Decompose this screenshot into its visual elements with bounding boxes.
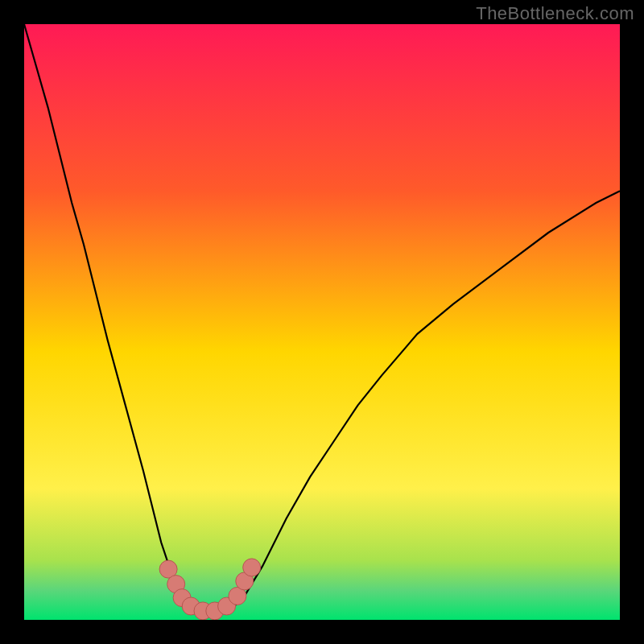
chart-background-gradient: [24, 24, 620, 620]
watermark-text: TheBottleneck.com: [476, 3, 634, 24]
chart-plot-area: [24, 24, 620, 620]
stage: TheBottleneck.com: [0, 0, 644, 644]
chart-svg: [24, 24, 620, 620]
chart-marker: [243, 559, 261, 576]
